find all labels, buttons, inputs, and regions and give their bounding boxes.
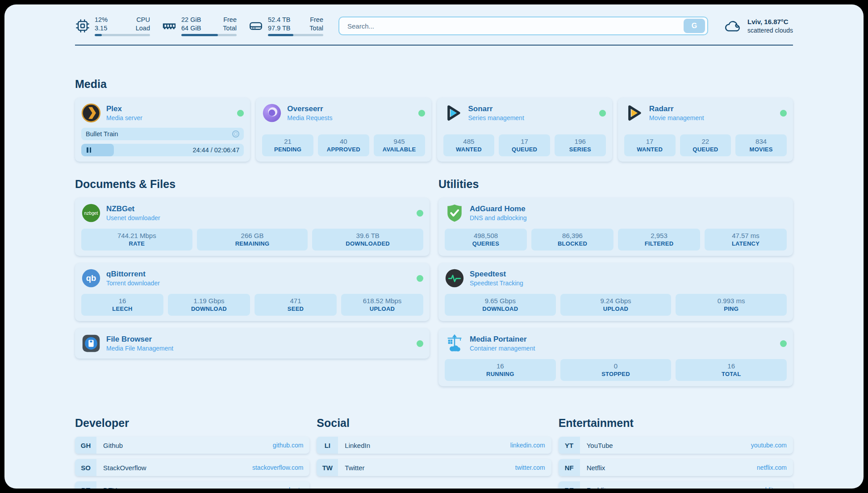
- app-card-overseerr[interactable]: Overseerr Media Requests 21 PENDING 40 A…: [256, 98, 431, 162]
- stat-value: 945: [375, 138, 424, 145]
- metric-value: 97.9 TB: [268, 24, 291, 32]
- stat-label: RUNNING: [446, 371, 555, 377]
- metric-ram: 22 GiB 64 GiB Free Total: [162, 16, 237, 36]
- stat-stopped: 0 STOPPED: [560, 359, 672, 381]
- app-subtitle: Usenet downloader: [106, 214, 160, 222]
- stat-value: 86,396: [532, 232, 613, 239]
- topbar-divider: [75, 45, 793, 46]
- stat-value: 498,508: [446, 232, 526, 239]
- link-row-linkedin[interactable]: LI LinkedIn linkedin.com: [317, 437, 551, 454]
- playback-progress-bar: 24:44 / 02:06:47: [81, 144, 244, 156]
- nzbget-icon: nzbget: [81, 203, 101, 223]
- playback-time: 24:44 / 02:06:47: [192, 146, 244, 154]
- section-title-developer: Developer: [75, 417, 309, 430]
- link-badge: RE: [559, 481, 580, 489]
- stat-series: 196 SERIES: [555, 134, 606, 156]
- filebrowser-icon: [81, 334, 101, 353]
- stat-value: 471: [255, 297, 336, 305]
- search-input[interactable]: [346, 22, 684, 30]
- now-playing-row: Bullet Train: [81, 128, 244, 140]
- google-search-button[interactable]: G: [684, 19, 705, 33]
- section-utilities: Utilities AdGuard Home DNS and adblockin…: [438, 178, 793, 393]
- link-badge: SO: [75, 459, 96, 476]
- system-metrics: 12% 3.15 CPU Load: [75, 16, 323, 36]
- section-title-documents: Documents & Files: [75, 178, 430, 191]
- ram-progress-bar: [181, 34, 237, 36]
- app-title: Plex: [106, 104, 142, 114]
- metric-value: 52.4 TB: [268, 16, 291, 24]
- session-icon[interactable]: [232, 130, 239, 138]
- stat-label: DOWNLOAD: [169, 305, 249, 312]
- stat-value: 40: [319, 138, 368, 145]
- app-card-portainer[interactable]: Media Portainer Container management 16 …: [438, 328, 793, 386]
- stat-queries: 498,508 QUERIES: [445, 229, 527, 251]
- stat-blocked: 86,396 BLOCKED: [531, 229, 613, 251]
- link-badge: YT: [559, 437, 580, 454]
- app-card-filebrowser[interactable]: File Browser Media File Management: [75, 328, 430, 359]
- stat-filtered: 2,953 FILTERED: [618, 229, 700, 251]
- app-card-plex[interactable]: Plex Media server Bullet Train 24:44 / 0…: [75, 98, 250, 162]
- app-subtitle: Media File Management: [106, 344, 173, 352]
- stat-seed: 471 SEED: [255, 294, 337, 316]
- app-card-radarr[interactable]: Radarr Movie management 17 WANTED 22 QUE…: [618, 98, 793, 162]
- stat-remaining: 266 GB REMAINING: [197, 229, 308, 251]
- dashboard-page: 12% 3.15 CPU Load: [4, 4, 864, 489]
- stat-label: STOPPED: [561, 371, 671, 377]
- metric-label: CPU: [136, 16, 150, 24]
- stat-label: AVAILABLE: [375, 146, 424, 153]
- app-card-nzbget[interactable]: nzbget NZBGet Usenet downloader 744.21 M…: [75, 198, 430, 256]
- link-row-stackoverflow[interactable]: SO StackOverflow stackoverflow.com: [75, 459, 309, 476]
- link-url: reddit.com: [758, 486, 793, 489]
- stat-leech: 16 LEECH: [81, 294, 163, 316]
- now-playing-title: Bullet Train: [86, 130, 118, 138]
- app-subtitle: Speedtest Tracking: [470, 279, 523, 287]
- app-subtitle: Container management: [470, 344, 535, 352]
- stat-value: 17: [500, 138, 549, 145]
- link-row-netflix[interactable]: NF Netflix netflix.com: [559, 459, 793, 476]
- section-title-media: Media: [75, 78, 793, 91]
- link-url: dev.to: [287, 486, 309, 489]
- pause-icon[interactable]: [87, 147, 91, 153]
- stat-value: 16: [676, 362, 786, 370]
- link-url: linkedin.com: [510, 442, 551, 449]
- app-card-speedtest[interactable]: Speedtest Speedtest Tracking 9.65 Gbps D…: [438, 263, 793, 321]
- section-title-social: Social: [317, 417, 551, 430]
- link-row-twitter[interactable]: TW Twitter twitter.com: [317, 459, 551, 476]
- link-badge: TW: [317, 459, 338, 476]
- metric-value: 22 GiB: [181, 16, 201, 24]
- link-badge: LI: [317, 437, 338, 454]
- svg-text:qb: qb: [86, 273, 96, 283]
- stat-value: 618.52 Mbps: [342, 297, 422, 305]
- stat-value: 834: [736, 138, 786, 145]
- metric-label: Free: [309, 16, 323, 24]
- link-row-reddit[interactable]: RE Reddit reddit.com: [559, 481, 793, 489]
- cpu-progress-bar: [95, 34, 150, 36]
- cloud-icon: [723, 19, 742, 33]
- stat-value: 744.21 Mbps: [82, 232, 192, 239]
- app-card-sonarr[interactable]: Sonarr Series management 485 WANTED 17 Q…: [437, 98, 612, 162]
- app-title: File Browser: [106, 334, 173, 344]
- app-subtitle: Media Requests: [287, 114, 332, 122]
- stat-download: 9.65 Gbps DOWNLOAD: [445, 294, 556, 316]
- stat-latency: 47.57 ms LATENCY: [705, 229, 787, 251]
- link-name: Reddit: [587, 486, 606, 489]
- link-row-dev[interactable]: DT DEV dev.to: [75, 481, 309, 489]
- link-url: netflix.com: [757, 464, 793, 471]
- link-name: Twitter: [345, 464, 364, 472]
- link-row-github[interactable]: GH Github github.com: [75, 437, 309, 454]
- stat-value: 0: [561, 362, 671, 370]
- stat-queued: 17 QUEUED: [499, 134, 550, 156]
- svg-text:nzbget: nzbget: [84, 211, 98, 216]
- app-card-adguard[interactable]: AdGuard Home DNS and adblocking 498,508 …: [438, 198, 793, 256]
- section-media: Media Plex Media server B: [75, 78, 793, 162]
- status-dot: [417, 210, 423, 217]
- ram-icon: [162, 18, 177, 33]
- app-card-qbittorrent[interactable]: qb qBittorrent Torrent downloader 16 LEE…: [75, 263, 430, 321]
- link-row-youtube[interactable]: YT YouTube youtube.com: [559, 437, 793, 454]
- link-url: stackoverflow.com: [252, 464, 309, 471]
- stat-wanted: 485 WANTED: [443, 134, 495, 156]
- stat-value: 17: [625, 138, 675, 145]
- section-title-entertainment: Entertainment: [559, 417, 793, 430]
- status-dot: [599, 110, 606, 117]
- stat-label: REMAINING: [198, 240, 307, 247]
